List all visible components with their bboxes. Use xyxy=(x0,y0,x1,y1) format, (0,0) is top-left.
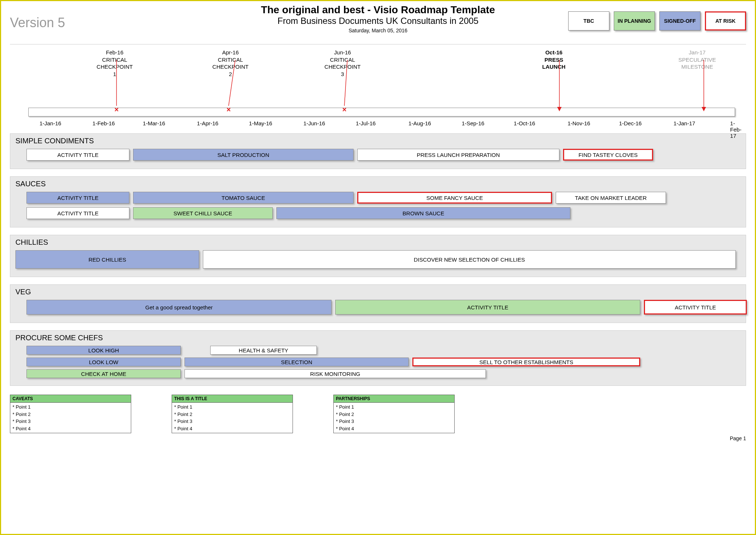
footer-box-title: THIS IS A TITLE xyxy=(172,395,293,403)
activity-bar[interactable]: ACTIVITY TITLE xyxy=(26,192,129,204)
swimlane-sauces: SAUCES ACTIVITY TITLE TOMATO SAUCE SOME … xyxy=(10,176,746,227)
footer-point: * Point 3 xyxy=(174,418,290,425)
footer-point: * Point 1 xyxy=(336,403,452,411)
footer-point: * Point 2 xyxy=(12,411,129,418)
svg-text:×: × xyxy=(342,105,347,113)
swimlane-chillies: CHILLIES RED CHILLIES DISCOVER NEW SELEC… xyxy=(10,235,746,277)
activity-bar[interactable]: SWEET CHILLI SAUCE xyxy=(133,207,273,219)
svg-line-4 xyxy=(344,60,347,106)
activity-bar[interactable]: FIND TASTEY CLOVES xyxy=(563,149,653,161)
tick-label: 1-Jan-17 xyxy=(673,120,695,126)
swimlane-title: CHILLIES xyxy=(15,238,741,247)
footer-box-title: THIS IS A TITLE * Point 1 * Point 2 * Po… xyxy=(172,395,293,433)
tick-label: 1-Mar-16 xyxy=(143,120,165,126)
tick-label: 1-Feb-16 xyxy=(93,120,115,126)
version-label: Version 5 xyxy=(10,15,65,30)
footer-box-caveats: CAVEATS * Point 1 * Point 2 * Point 3 * … xyxy=(10,395,131,433)
swimlane-title: PROCURE SOME CHEFS xyxy=(15,334,741,342)
activity-bar[interactable]: RED CHILLIES xyxy=(15,250,199,269)
svg-text:×: × xyxy=(114,105,119,113)
swimlane-title: SIMPLE CONDIMENTS xyxy=(15,137,741,145)
tick-label: 1-Nov-16 xyxy=(567,120,590,126)
legend-in-planning: IN PLANNING xyxy=(614,11,655,30)
marker-x-icon: × xyxy=(109,60,124,113)
footer-point: * Point 4 xyxy=(12,425,129,432)
footer-point: * Point 1 xyxy=(12,403,129,411)
header: Version 5 The original and best - Visio … xyxy=(10,4,746,44)
marker-x-icon: × xyxy=(337,60,352,113)
activity-bar[interactable]: LOOK HIGH xyxy=(26,346,181,355)
activity-bar[interactable]: Get a good spread together xyxy=(26,300,332,315)
activity-bar[interactable]: SELL TO OTHER ESTABLISHMENTS xyxy=(412,358,640,366)
activity-bar[interactable]: ACTIVITY TITLE xyxy=(644,300,747,315)
activity-bar[interactable]: HEALTH & SAFETY xyxy=(210,346,317,355)
tick-label: 1-Sep-16 xyxy=(462,120,484,126)
tick-label: 1-Dec-16 xyxy=(619,120,642,126)
footer-point: * Point 3 xyxy=(336,418,452,425)
svg-marker-7 xyxy=(557,107,562,111)
tick-label: 1-Feb-17 xyxy=(730,120,742,139)
activity-bar[interactable]: ACTIVITY TITLE xyxy=(26,207,129,219)
tick-label: 1-Jun-16 xyxy=(303,120,325,126)
footer-point: * Point 2 xyxy=(174,411,290,418)
swimlane-title: SAUCES xyxy=(15,180,741,188)
marker-arrow-icon xyxy=(696,60,711,113)
marker-arrow-icon xyxy=(552,60,567,113)
footer-point: * Point 1 xyxy=(174,403,290,411)
swimlane-title: VEG xyxy=(15,288,741,296)
timeline: × × × 1-Jan-16 1-Feb-16 1-Mar-16 1-Apr-1… xyxy=(17,104,739,126)
footer-point: * Point 4 xyxy=(336,425,452,432)
swimlane-simple-condiments: SIMPLE CONDIMENTS ACTIVITY TITLE SALT PR… xyxy=(10,133,746,169)
marker-x-icon: × xyxy=(221,60,236,113)
tick-label: 1-Jul-16 xyxy=(356,120,376,126)
activity-bar[interactable]: DISCOVER NEW SELECTION OF CHILLIES xyxy=(203,250,736,269)
swimlane-veg: VEG Get a good spread together ACTIVITY … xyxy=(10,284,746,323)
activity-bar[interactable]: SALT PRODUCTION xyxy=(133,149,354,161)
page-number: Page 1 xyxy=(10,435,746,441)
footer-point: * Point 4 xyxy=(174,425,290,432)
activity-bar[interactable]: BROWN SAUCE xyxy=(276,207,570,219)
activity-bar[interactable]: CHECK AT HOME xyxy=(26,369,181,378)
legend-at-risk: AT RISK xyxy=(705,11,746,30)
activity-bar[interactable]: PRESS LAUNCH PREPARATION xyxy=(357,149,559,161)
footer-point: * Point 2 xyxy=(336,411,452,418)
svg-line-2 xyxy=(229,60,235,106)
tick-label: 1-Jan-16 xyxy=(39,120,61,126)
tick-label: 1-Apr-16 xyxy=(197,120,218,126)
footer-box-title: PARTNERSHIPS xyxy=(334,395,454,403)
activity-bar[interactable]: ACTIVITY TITLE xyxy=(335,300,640,315)
footer-box-partnerships: PARTNERSHIPS * Point 1 * Point 2 * Point… xyxy=(333,395,455,433)
activity-bar[interactable]: SOME FANCY SAUCE xyxy=(357,192,552,204)
tick-label: 1-Oct-16 xyxy=(514,120,535,126)
legend-tbc: TBC xyxy=(568,11,609,30)
activity-bar[interactable]: TOMATO SAUCE xyxy=(133,192,354,204)
svg-marker-9 xyxy=(702,107,706,111)
activity-bar[interactable]: ACTIVITY TITLE xyxy=(26,149,129,161)
activity-bar[interactable]: SELECTION xyxy=(184,358,409,366)
swimlane-chefs: PROCURE SOME CHEFS LOOK HIGH HEALTH & SA… xyxy=(10,330,746,386)
legend: TBC IN PLANNING SIGNED-OFF AT RISK xyxy=(568,11,746,30)
legend-signed-off: SIGNED-OFF xyxy=(659,11,701,30)
timeline-bar xyxy=(28,108,735,116)
tick-label: 1-Aug-16 xyxy=(408,120,431,126)
svg-text:×: × xyxy=(226,105,231,113)
activity-bar[interactable]: TAKE ON MARKET LEADER xyxy=(556,192,666,204)
activity-bar[interactable]: RISK MONITORING xyxy=(184,369,486,378)
footer-box-title: CAVEATS xyxy=(10,395,131,403)
activity-bar[interactable]: LOOK LOW xyxy=(26,358,181,366)
tick-label: 1-May-16 xyxy=(249,120,272,126)
footer-point: * Point 3 xyxy=(12,418,129,425)
footer-boxes: CAVEATS * Point 1 * Point 2 * Point 3 * … xyxy=(10,395,746,433)
